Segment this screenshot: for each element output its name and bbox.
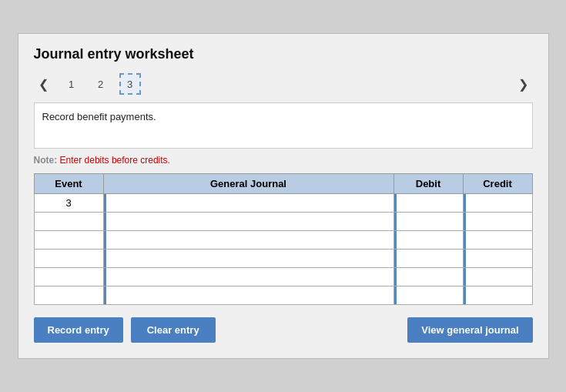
- gj-cell-1[interactable]: [103, 194, 394, 213]
- col-debit: Debit: [394, 174, 463, 194]
- col-credit: Credit: [463, 174, 532, 194]
- debit-cell-4[interactable]: [394, 250, 463, 268]
- debit-cell-3[interactable]: [394, 231, 463, 250]
- button-row: Record entry Clear entry View general jo…: [34, 317, 533, 343]
- debit-cell-1[interactable]: [394, 194, 463, 213]
- debit-cell-5[interactable]: [394, 268, 463, 286]
- pagination: ❮ 1 2 3 ❯: [34, 73, 533, 95]
- table-row: [34, 250, 532, 268]
- journal-table: Event General Journal Debit Credit 3: [34, 173, 533, 305]
- main-container: Journal entry worksheet ❮ 1 2 3 ❯ Record…: [18, 33, 549, 359]
- event-cell-2: [34, 213, 103, 231]
- page-1[interactable]: 1: [61, 73, 82, 95]
- table-row: [34, 213, 532, 231]
- gj-cell-6[interactable]: [103, 286, 394, 305]
- credit-cell-6[interactable]: [463, 286, 532, 305]
- page-title: Journal entry worksheet: [34, 46, 533, 62]
- clear-entry-button[interactable]: Clear entry: [131, 317, 216, 343]
- gj-cell-2[interactable]: [103, 213, 394, 231]
- col-general-journal: General Journal: [103, 174, 394, 194]
- description-box: Record benefit payments.: [34, 102, 533, 149]
- note: Note: Enter debits before credits.: [34, 155, 533, 166]
- gj-cell-3[interactable]: [103, 231, 394, 250]
- event-cell-5: [34, 268, 103, 286]
- event-cell-6: [34, 286, 103, 305]
- table-row: [34, 286, 532, 305]
- note-text: Enter debits before credits.: [60, 155, 170, 166]
- table-row: [34, 231, 532, 250]
- prev-arrow[interactable]: ❮: [34, 75, 53, 93]
- debit-cell-2[interactable]: [394, 213, 463, 231]
- credit-cell-2[interactable]: [463, 213, 532, 231]
- next-arrow[interactable]: ❯: [514, 75, 533, 93]
- note-label: Note:: [34, 155, 58, 166]
- record-entry-button[interactable]: Record entry: [34, 317, 123, 343]
- event-cell-4: [34, 250, 103, 268]
- credit-cell-3[interactable]: [463, 231, 532, 250]
- gj-cell-5[interactable]: [103, 268, 394, 286]
- view-general-journal-button[interactable]: View general journal: [407, 317, 532, 343]
- event-cell-3: [34, 231, 103, 250]
- event-cell-1: 3: [34, 194, 103, 213]
- gj-cell-4[interactable]: [103, 250, 394, 268]
- page-3-active[interactable]: 3: [119, 73, 141, 95]
- credit-cell-5[interactable]: [463, 268, 532, 286]
- pagination-inner: ❮ 1 2 3: [34, 73, 141, 95]
- table-row: 3: [34, 194, 532, 213]
- credit-cell-1[interactable]: [463, 194, 532, 213]
- credit-cell-4[interactable]: [463, 250, 532, 268]
- page-2[interactable]: 2: [90, 73, 112, 95]
- col-event: Event: [34, 174, 103, 194]
- table-row: [34, 268, 532, 286]
- debit-cell-6[interactable]: [394, 286, 463, 305]
